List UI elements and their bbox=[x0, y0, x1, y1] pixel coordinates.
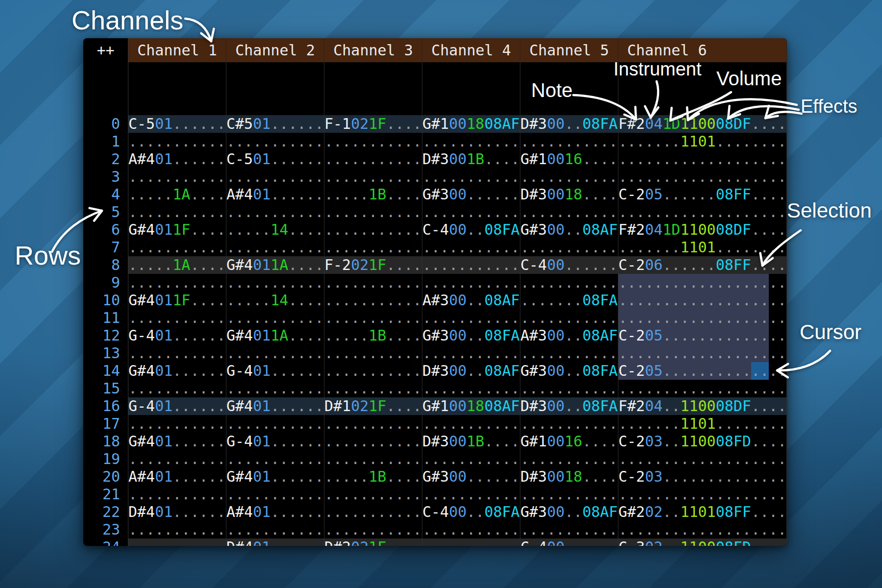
pattern-cell-ch2-row12[interactable]: G#4011A.... bbox=[226, 327, 324, 344]
pattern-cell-ch6-row22[interactable]: G#202..110108FF.... bbox=[618, 503, 787, 521]
pattern-cell-ch2-row20[interactable]: G#401...... bbox=[226, 468, 324, 486]
pattern-cell-ch5-row8[interactable]: C-400...... bbox=[520, 256, 618, 274]
pattern-cell-ch5-row9[interactable]: ........... bbox=[520, 274, 618, 292]
pattern-cell-ch3-row18[interactable]: ........... bbox=[324, 433, 422, 450]
pattern-cell-ch2-row15[interactable]: ........... bbox=[226, 380, 324, 397]
pattern-cell-ch4-row12[interactable]: G#300..08FA bbox=[422, 327, 520, 344]
pattern-cell-ch5-row14[interactable]: G#300..08FA bbox=[520, 362, 618, 380]
pattern-cell-ch4-row11[interactable]: ........... bbox=[422, 309, 520, 327]
pattern-cell-ch6-row1[interactable]: .......1101........ bbox=[618, 133, 787, 150]
pattern-cell-ch4-row8[interactable]: ........... bbox=[422, 256, 520, 274]
pattern-cell-ch6-row24[interactable]: C-302..110008FD.... bbox=[618, 539, 787, 546]
pattern-cell-ch3-row17[interactable]: ........... bbox=[324, 415, 422, 433]
pattern-cell-ch2-row0[interactable]: C#501...... bbox=[226, 115, 324, 133]
pattern-cell-ch3-row21[interactable]: ........... bbox=[324, 486, 422, 503]
pattern-cell-ch3-row4[interactable]: .....1B.... bbox=[324, 186, 422, 203]
pattern-cell-ch5-row13[interactable]: ........... bbox=[520, 344, 618, 362]
pattern-cell-ch3-row10[interactable]: ........... bbox=[324, 292, 422, 309]
pattern-cell-ch6-row13[interactable]: ................... bbox=[618, 344, 787, 362]
pattern-cell-ch5-row10[interactable]: .......08FA bbox=[520, 292, 618, 309]
pattern-cell-ch4-row1[interactable]: ........... bbox=[422, 133, 520, 150]
pattern-cell-ch5-row23[interactable]: ........... bbox=[520, 521, 618, 539]
channel-header-4[interactable]: Channel 4 bbox=[422, 38, 520, 62]
pattern-cell-ch2-row24[interactable]: D#401...... bbox=[226, 539, 324, 546]
pattern-cell-ch3-row12[interactable]: .....1B.... bbox=[324, 327, 422, 344]
channel-header-5[interactable]: Channel 5 bbox=[520, 38, 618, 62]
pattern-cell-ch1-row21[interactable]: ........... bbox=[128, 486, 226, 503]
pattern-cell-ch5-row7[interactable]: ........... bbox=[520, 239, 618, 256]
pattern-cell-ch5-row17[interactable]: ........... bbox=[520, 415, 618, 433]
pattern-cell-ch5-row6[interactable]: G#300..08AF bbox=[520, 221, 618, 239]
pattern-cell-ch2-row11[interactable]: ........... bbox=[226, 309, 324, 327]
pattern-cell-ch5-row20[interactable]: D#30018.... bbox=[520, 468, 618, 486]
pattern-cell-ch3-row0[interactable]: F-1021F.... bbox=[324, 115, 422, 133]
pattern-cell-ch1-row18[interactable]: G#401...... bbox=[128, 433, 226, 450]
pattern-cell-ch5-row19[interactable]: ........... bbox=[520, 450, 618, 468]
pattern-cell-ch1-row11[interactable]: ........... bbox=[128, 309, 226, 327]
pattern-cell-ch4-row18[interactable]: D#3001B.... bbox=[422, 433, 520, 450]
pattern-cell-ch4-row16[interactable]: G#1001808AF bbox=[422, 397, 520, 415]
pattern-cell-ch3-row9[interactable]: ........... bbox=[324, 274, 422, 292]
pattern-cell-ch5-row4[interactable]: D#30018.... bbox=[520, 186, 618, 203]
pattern-cell-ch6-row17[interactable]: .......1101........ bbox=[618, 415, 787, 433]
pattern-cell-ch4-row9[interactable]: ........... bbox=[422, 274, 520, 292]
pattern-cell-ch5-row22[interactable]: G#300..08AF bbox=[520, 503, 618, 521]
pattern-cell-ch4-row20[interactable]: G#300...... bbox=[422, 468, 520, 486]
pattern-cell-ch4-row5[interactable]: ........... bbox=[422, 203, 520, 221]
pattern-cell-ch1-row10[interactable]: G#4011F.... bbox=[128, 292, 226, 309]
pattern-cell-ch3-row20[interactable]: .....1B.... bbox=[324, 468, 422, 486]
channel-header-1[interactable]: Channel 1 bbox=[128, 38, 226, 62]
pattern-cell-ch2-row16[interactable]: G#401...... bbox=[226, 397, 324, 415]
pattern-cell-ch2-row3[interactable]: ........... bbox=[226, 168, 324, 186]
pattern-cell-ch4-row17[interactable]: ........... bbox=[422, 415, 520, 433]
pattern-cell-ch1-row8[interactable]: .....1A.... bbox=[128, 256, 226, 274]
pattern-cell-ch3-row22[interactable]: ........... bbox=[324, 503, 422, 521]
pattern-cell-ch4-row10[interactable]: A#300..08AF bbox=[422, 292, 520, 309]
pattern-cell-ch2-row1[interactable]: ........... bbox=[226, 133, 324, 150]
pattern-cell-ch3-row3[interactable]: ........... bbox=[324, 168, 422, 186]
pattern-cell-ch4-row22[interactable]: C-400..08FA bbox=[422, 503, 520, 521]
pattern-cell-ch5-row16[interactable]: D#300..08FA bbox=[520, 397, 618, 415]
pattern-cell-ch4-row14[interactable]: D#300..08AF bbox=[422, 362, 520, 380]
pattern-cell-ch2-row4[interactable]: A#401...... bbox=[226, 186, 324, 203]
pattern-cell-ch4-row4[interactable]: G#300...... bbox=[422, 186, 520, 203]
pattern-cell-ch1-row7[interactable]: ........... bbox=[128, 239, 226, 256]
pattern-cell-ch1-row9[interactable]: ........... bbox=[128, 274, 226, 292]
pattern-cell-ch3-row15[interactable]: ........... bbox=[324, 380, 422, 397]
pattern-cell-ch1-row24[interactable]: ........... bbox=[128, 539, 226, 546]
pattern-cell-ch2-row9[interactable]: ........... bbox=[226, 274, 324, 292]
pattern-cell-ch6-row10[interactable]: ................... bbox=[618, 292, 787, 309]
pattern-cell-ch6-row4[interactable]: C-205......08FF.... bbox=[618, 186, 787, 203]
channel-header-3[interactable]: Channel 3 bbox=[324, 38, 422, 62]
pattern-cell-ch5-row5[interactable]: ........... bbox=[520, 203, 618, 221]
pattern-cell-ch6-row14[interactable]: C-205.............. bbox=[618, 362, 787, 380]
pattern-cell-ch5-row1[interactable]: ........... bbox=[520, 133, 618, 150]
pattern-cell-ch1-row17[interactable]: ........... bbox=[128, 415, 226, 433]
pattern-cell-ch1-row14[interactable]: G#401...... bbox=[128, 362, 226, 380]
pattern-cell-ch3-row6[interactable]: ........... bbox=[324, 221, 422, 239]
pattern-cell-ch6-row11[interactable]: ................... bbox=[618, 309, 787, 327]
pattern-cell-ch6-row20[interactable]: C-203.............. bbox=[618, 468, 787, 486]
pattern-cell-ch1-row0[interactable]: C-501...... bbox=[128, 115, 226, 133]
pattern-cell-ch4-row24[interactable]: ........... bbox=[422, 539, 520, 546]
pattern-cell-ch5-row21[interactable]: ........... bbox=[520, 486, 618, 503]
pattern-cell-ch6-row8[interactable]: C-206......08FF.... bbox=[618, 256, 787, 274]
pattern-cell-ch2-row21[interactable]: ........... bbox=[226, 486, 324, 503]
pattern-cell-ch6-row3[interactable]: ................... bbox=[618, 168, 787, 186]
channel-header-2[interactable]: Channel 2 bbox=[226, 38, 324, 62]
pattern-cell-ch2-row18[interactable]: G-401...... bbox=[226, 433, 324, 450]
pattern-cell-ch5-row24[interactable]: C-400...... bbox=[520, 539, 618, 546]
pattern-cell-ch2-row23[interactable]: ........... bbox=[226, 521, 324, 539]
pattern-cell-ch1-row2[interactable]: A#401...... bbox=[128, 150, 226, 168]
pattern-cell-ch6-row5[interactable]: ................... bbox=[618, 203, 787, 221]
pattern-cell-ch3-row19[interactable]: ........... bbox=[324, 450, 422, 468]
pattern-cell-ch1-row16[interactable]: G-401...... bbox=[128, 397, 226, 415]
pattern-cell-ch3-row8[interactable]: F-2021F.... bbox=[324, 256, 422, 274]
pattern-cell-ch2-row2[interactable]: C-501...... bbox=[226, 150, 324, 168]
pattern-cell-ch1-row1[interactable]: ........... bbox=[128, 133, 226, 150]
pattern-cell-ch1-row12[interactable]: G-401...... bbox=[128, 327, 226, 344]
pattern-cell-ch1-row23[interactable]: ........... bbox=[128, 521, 226, 539]
pattern-cell-ch3-row5[interactable]: ........... bbox=[324, 203, 422, 221]
pattern-cell-ch2-row5[interactable]: ........... bbox=[226, 203, 324, 221]
pattern-cell-ch5-row3[interactable]: ........... bbox=[520, 168, 618, 186]
